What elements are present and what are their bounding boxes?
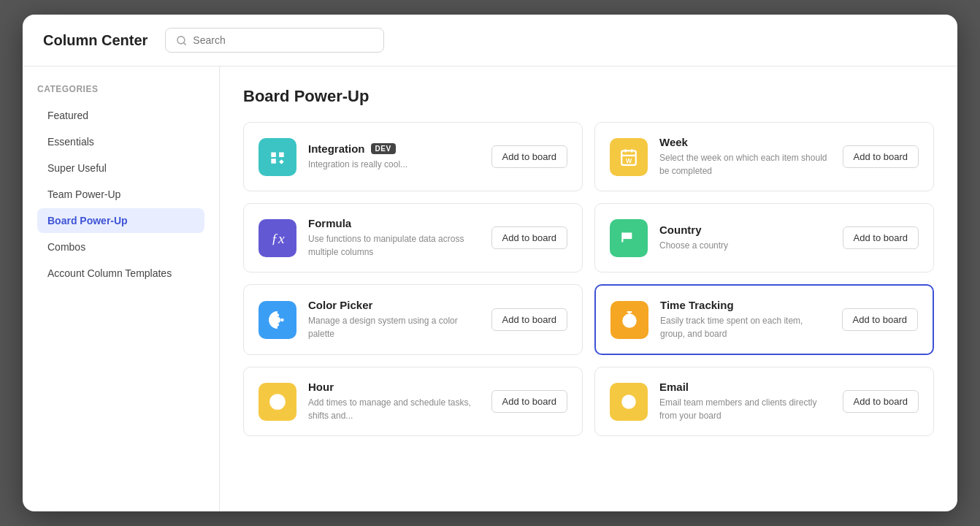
formula-desc: Use functions to manipulate data across …	[308, 232, 480, 259]
integration-desc: Integration is really cool...	[308, 158, 480, 171]
svg-line-1	[184, 42, 186, 45]
hour-name: Hour	[308, 381, 480, 393]
formula-info: Formula Use functions to manipulate data…	[308, 217, 480, 259]
integration-icon	[259, 138, 296, 176]
country-icon	[610, 219, 648, 257]
header: Column Center	[23, 15, 957, 66]
formula-add-button[interactable]: Add to board	[491, 226, 567, 249]
time-tracking-desc: Easily track time spent on each item, gr…	[660, 314, 830, 340]
country-info: Country Choose a country	[659, 224, 831, 252]
sidebar-item-super-useful[interactable]: Super Useful	[37, 156, 204, 180]
sidebar-item-team-power-up[interactable]: Team Power-Up	[37, 182, 204, 207]
cards-grid: Integration DEV Integration is really co…	[243, 122, 934, 436]
card-integration: Integration DEV Integration is really co…	[243, 122, 583, 191]
email-desc: Email team members and clients directly …	[659, 396, 831, 422]
search-input[interactable]	[193, 34, 373, 46]
search-bar[interactable]	[165, 28, 384, 53]
hour-info: Hour Add times to manage and schedule ta…	[308, 381, 480, 422]
sidebar-item-essentials[interactable]: Essentials	[37, 129, 204, 154]
svg-text:W: W	[626, 156, 632, 164]
svg-point-11	[280, 318, 283, 321]
time-tracking-name: Time Tracking	[660, 299, 830, 311]
time-tracking-info: Time Tracking Easily track time spent on…	[660, 299, 830, 340]
color-picker-info: Color Picker Manage a design system usin…	[308, 299, 480, 340]
time-tracking-icon	[610, 301, 648, 339]
integration-name: Integration DEV	[308, 142, 480, 155]
country-desc: Choose a country	[659, 239, 831, 252]
sidebar-item-account-column-templates[interactable]: Account Column Templates	[37, 261, 204, 286]
body: Categories Featured Essentials Super Use…	[23, 66, 957, 511]
formula-icon: ƒx	[259, 219, 296, 257]
search-icon	[176, 35, 187, 46]
email-name: Email	[659, 381, 831, 393]
sidebar: Categories Featured Essentials Super Use…	[23, 66, 220, 511]
card-week: W Week Select the week on which each ite…	[594, 122, 934, 191]
sidebar-item-featured[interactable]: Featured	[37, 103, 204, 128]
country-add-button[interactable]: Add to board	[843, 226, 919, 249]
week-desc: Select the week on which each item shoul…	[659, 151, 831, 178]
hour-desc: Add times to manage and schedule tasks, …	[308, 396, 480, 422]
week-info: Week Select the week on which each item …	[659, 136, 831, 178]
app-title: Column Center	[43, 32, 148, 49]
dev-badge: DEV	[371, 143, 396, 154]
integration-info: Integration DEV Integration is really co…	[308, 142, 480, 171]
country-name: Country	[659, 224, 831, 236]
main-window: Column Center Categories Featured Essent…	[23, 15, 957, 511]
svg-point-10	[276, 313, 279, 316]
svg-point-16	[627, 400, 629, 403]
categories-label: Categories	[37, 84, 204, 94]
svg-text:ƒx: ƒx	[271, 230, 285, 245]
time-tracking-add-button[interactable]: Add to board	[842, 308, 918, 331]
svg-point-12	[276, 323, 279, 326]
color-picker-desc: Manage a design system using a color pal…	[308, 314, 480, 340]
email-icon	[610, 383, 648, 421]
color-picker-icon	[259, 301, 296, 339]
formula-name: Formula	[308, 217, 480, 229]
email-info: Email Email team members and clients dir…	[659, 381, 831, 422]
card-color-picker: Color Picker Manage a design system usin…	[243, 284, 583, 355]
color-picker-add-button[interactable]: Add to board	[491, 308, 567, 331]
email-add-button[interactable]: Add to board	[843, 390, 919, 413]
hour-add-button[interactable]: Add to board	[491, 390, 567, 413]
week-add-button[interactable]: Add to board	[843, 145, 919, 168]
card-hour: Hour Add times to manage and schedule ta…	[243, 367, 583, 436]
card-formula: ƒx Formula Use functions to manipulate d…	[243, 203, 583, 272]
section-title: Board Power-Up	[243, 87, 934, 106]
sidebar-item-combos[interactable]: Combos	[37, 235, 204, 259]
integration-add-button[interactable]: Add to board	[491, 145, 567, 168]
card-time-tracking: Time Tracking Easily track time spent on…	[594, 284, 934, 355]
card-email: Email Email team members and clients dir…	[594, 367, 934, 436]
card-country: Country Choose a country Add to board	[594, 203, 934, 272]
hour-icon	[259, 383, 296, 421]
week-name: Week	[659, 136, 831, 148]
main-content: Board Power-Up Integration DEV Integrati…	[220, 66, 957, 511]
color-picker-name: Color Picker	[308, 299, 480, 311]
svg-point-9	[271, 318, 274, 321]
sidebar-item-board-power-up[interactable]: Board Power-Up	[37, 208, 204, 233]
week-icon: W	[610, 138, 648, 176]
